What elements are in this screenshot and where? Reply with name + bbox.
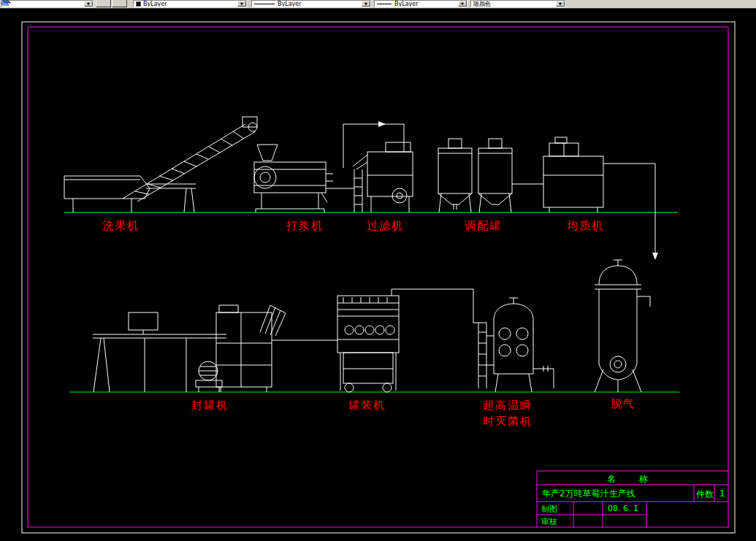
linetype-sample-icon bbox=[254, 4, 275, 4]
titleblock-product-title[interactable]: 年产2万吨草莓汁生产线 bbox=[542, 488, 635, 500]
label-filter[interactable]: 过滤机 bbox=[367, 219, 404, 233]
label-washer[interactable]: 洗果机 bbox=[102, 219, 140, 233]
label-blending[interactable]: 调配罐 bbox=[465, 219, 502, 233]
inner-border-and-titleblock-lines[interactable] bbox=[28, 27, 728, 527]
titleblock-date[interactable]: 08. 6. 1 bbox=[608, 504, 638, 513]
ground-lines[interactable] bbox=[64, 212, 679, 392]
layer-properties-button[interactable] bbox=[112, 0, 127, 7]
label-sterilizer-line1[interactable]: 超高温瞬 bbox=[483, 399, 532, 413]
toolbar: ▼ ByLayer ▼ ByLayer ▼ ByLayer bbox=[0, 0, 756, 9]
dropdown-arrow-icon[interactable]: ▼ bbox=[237, 1, 246, 7]
washer-drawing[interactable] bbox=[64, 117, 257, 212]
flow-arrow-icon bbox=[652, 253, 658, 260]
dropdown-arrow-icon[interactable]: ▼ bbox=[362, 1, 370, 7]
sterilizer-drawing[interactable] bbox=[473, 298, 554, 392]
drawing-canvas[interactable]: 洗果机 打浆机 过滤机 调配罐 均质机 封罐机 罐装机 超高温瞬 时灭菌机 脱气… bbox=[0, 0, 756, 541]
cad-application-window: ▼ ByLayer ▼ ByLayer ▼ ByLayer bbox=[0, 0, 756, 541]
lineweight-sample-icon bbox=[377, 4, 392, 4]
lineweight-dropdown[interactable]: ByLayer ▼ bbox=[374, 0, 467, 7]
cad-drawing bbox=[0, 0, 756, 541]
color-dropdown[interactable]: ByLayer ▼ bbox=[133, 0, 247, 7]
color-swatch bbox=[136, 1, 141, 7]
sealer-conveyor-drawing[interactable] bbox=[93, 305, 337, 392]
label-pulper[interactable]: 打浆机 bbox=[286, 219, 324, 233]
titleblock-name-header[interactable]: 名 称 bbox=[537, 473, 728, 486]
pulper-drawing[interactable] bbox=[254, 145, 333, 212]
flow-arrow-icon bbox=[378, 121, 386, 127]
dropdown-arrow-icon[interactable]: ▼ bbox=[84, 1, 93, 7]
dropdown-arrow-icon[interactable]: ▼ bbox=[458, 1, 467, 7]
label-homogenizer[interactable]: 均质机 bbox=[567, 219, 604, 233]
layer-dropdown[interactable]: ▼ bbox=[1, 0, 93, 7]
lineweight-value: ByLayer bbox=[394, 1, 419, 7]
label-sealer[interactable]: 封罐机 bbox=[191, 399, 229, 413]
homogenizer-drawing[interactable] bbox=[512, 137, 658, 260]
titleblock-drafted-label[interactable]: 制图 bbox=[541, 504, 557, 515]
color-value: ByLayer bbox=[143, 1, 167, 7]
plotstyle-dropdown[interactable]: 随颜色 ▼ bbox=[470, 0, 565, 7]
make-layer-current-button[interactable] bbox=[96, 0, 111, 7]
plotstyle-value: 随颜色 bbox=[473, 0, 491, 7]
outer-border[interactable] bbox=[22, 22, 735, 533]
titleblock-qty-label[interactable]: 件数 bbox=[696, 488, 714, 501]
titleblock-qty-value[interactable]: 1 bbox=[719, 488, 725, 499]
filler-drawing[interactable] bbox=[337, 289, 473, 392]
linetype-value: ByLayer bbox=[278, 1, 302, 7]
label-sterilizer-line2[interactable]: 时灭菌机 bbox=[483, 415, 532, 429]
titleblock-checked-label[interactable]: 审核 bbox=[541, 516, 557, 527]
blending-tanks-drawing[interactable] bbox=[438, 139, 512, 212]
filter-drawing[interactable] bbox=[326, 121, 413, 212]
layers-icon bbox=[0, 0, 12, 7]
label-filler[interactable]: 罐装机 bbox=[348, 399, 386, 413]
label-degasser[interactable]: 脱气 bbox=[611, 397, 635, 411]
dropdown-arrow-icon[interactable]: ▼ bbox=[556, 1, 565, 7]
degasser-drawing[interactable] bbox=[595, 260, 650, 392]
linetype-dropdown[interactable]: ByLayer ▼ bbox=[251, 0, 371, 7]
